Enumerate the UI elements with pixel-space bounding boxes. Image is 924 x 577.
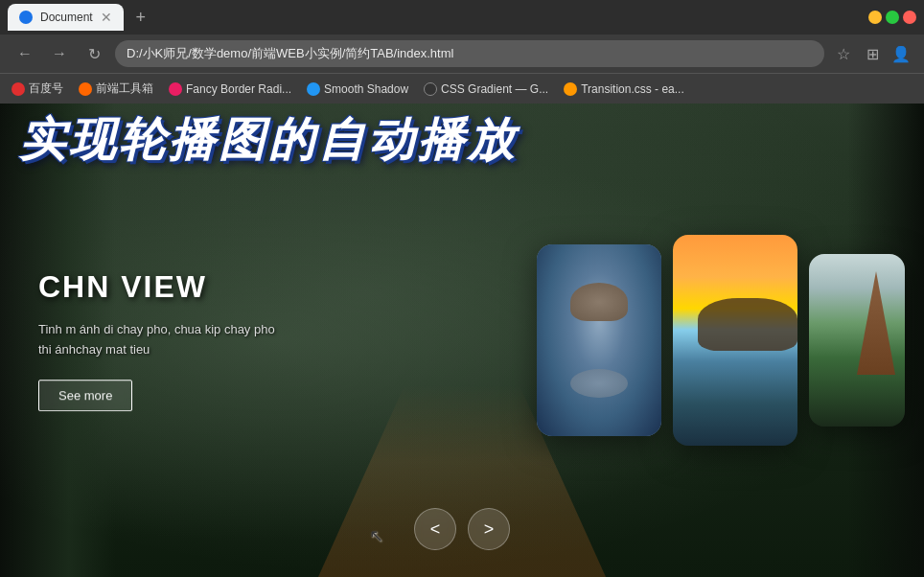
bookmark-baidu-label: 百度号 xyxy=(29,81,63,97)
cursor-pointer xyxy=(369,525,384,544)
profile-icon[interactable]: 👤 xyxy=(889,42,912,65)
tab-label: Document xyxy=(40,11,93,24)
carousel-subtext: Tinh m ánh di chay pho, chua kip chay ph… xyxy=(38,320,288,360)
bookmark-transition-label: Transition.css - ea... xyxy=(581,82,684,96)
css-icon xyxy=(424,82,437,96)
bookmark-css[interactable]: CSS Gradient — G... xyxy=(424,82,548,96)
card-image-1 xyxy=(537,244,661,436)
forward-button[interactable]: → xyxy=(46,40,73,67)
content-area: 实现轮播图的自动播放 CHN VIEW Tinh m ánh di chay p… xyxy=(0,104,924,577)
window-controls xyxy=(868,11,916,24)
carousel-background: 实现轮播图的自动播放 CHN VIEW Tinh m ánh di chay p… xyxy=(0,104,924,577)
bookmark-smooth-label: Smooth Shadow xyxy=(324,82,408,96)
fancy-icon xyxy=(169,82,182,96)
bookmark-jiangsu-label: 前端工具箱 xyxy=(96,81,153,97)
bookmark-transition[interactable]: Transition.css - ea... xyxy=(564,82,684,96)
tab-favicon xyxy=(19,11,33,24)
smooth-icon xyxy=(307,82,320,96)
bookmark-css-label: CSS Gradient — G... xyxy=(441,82,548,96)
minimize-button[interactable] xyxy=(868,11,882,24)
big-title: 实现轮播图的自动播放 xyxy=(19,115,518,166)
address-icons: ☆ ⊞ 👤 xyxy=(832,42,912,65)
screen-icon[interactable]: ⊞ xyxy=(861,42,884,65)
maximize-button[interactable] xyxy=(886,11,899,24)
carousel-heading: CHN VIEW xyxy=(38,269,288,305)
thumbnail-card-3[interactable] xyxy=(809,254,905,427)
bookmark-fancy[interactable]: Fancy Border Radi... xyxy=(169,82,291,96)
tab-close-button[interactable]: ✕ xyxy=(101,11,112,24)
card-image-2 xyxy=(673,235,797,446)
new-tab-button[interactable]: + xyxy=(127,4,154,31)
address-bar: ← → ↻ ☆ ⊞ 👤 xyxy=(0,35,924,73)
tab-document[interactable]: Document ✕ xyxy=(8,4,124,31)
next-arrow-button[interactable]: > xyxy=(468,508,510,550)
bookmark-smooth[interactable]: Smooth Shadow xyxy=(307,82,408,96)
thumbnail-card-1[interactable] xyxy=(537,244,661,436)
carousel-text-block: CHN VIEW Tinh m ánh di chay pho, chua ki… xyxy=(38,269,288,411)
bookmark-jiangsu[interactable]: 前端工具箱 xyxy=(79,81,153,97)
see-more-button[interactable]: See more xyxy=(38,380,132,411)
back-button[interactable]: ← xyxy=(12,40,38,67)
thumbnail-card-2[interactable] xyxy=(673,235,797,446)
card-image-3 xyxy=(809,254,905,427)
nav-arrows: < > xyxy=(414,508,510,550)
bookmark-baidu[interactable]: 百度号 xyxy=(12,81,63,97)
tab-bar: Document ✕ + xyxy=(0,0,924,35)
browser-window: Document ✕ + ← → ↻ ☆ ⊞ 👤 百度号 前端工具箱 xyxy=(0,0,924,577)
tool-icon xyxy=(79,82,92,96)
prev-arrow-button[interactable]: < xyxy=(414,508,456,550)
bookmark-fancy-label: Fancy Border Radi... xyxy=(186,82,291,96)
thumbnail-cards xyxy=(537,235,905,446)
bookmark-star-icon[interactable]: ☆ xyxy=(832,42,855,65)
reload-button[interactable]: ↻ xyxy=(81,40,107,67)
bookmarks-bar: 百度号 前端工具箱 Fancy Border Radi... Smooth Sh… xyxy=(0,73,924,104)
transition-icon xyxy=(564,82,577,96)
close-window-button[interactable] xyxy=(903,11,916,24)
baidu-icon xyxy=(12,82,25,96)
address-input[interactable] xyxy=(115,40,824,67)
